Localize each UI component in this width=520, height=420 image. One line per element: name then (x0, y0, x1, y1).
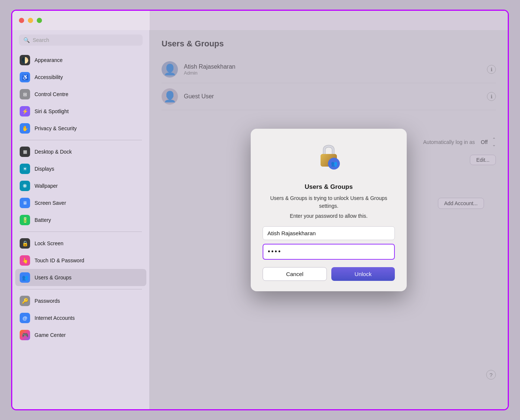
sidebar-item-wallpaper[interactable]: ❋ Wallpaper (15, 177, 146, 194)
sidebar-label-accessibility: Accessibility (35, 74, 63, 80)
sidebar-item-desktop-dock[interactable]: ▦ Desktop & Dock (15, 143, 146, 160)
sidebar-item-displays[interactable]: ☀ Displays (15, 160, 146, 177)
screen-saver-icon: 🖥 (20, 198, 30, 208)
sidebar: 🔍 Search 🌓 Appearance ♿ Accessibility ⊞ … (12, 11, 150, 409)
internet-accounts-icon: @ (20, 313, 30, 323)
dialog-buttons: Cancel Unlock (263, 267, 395, 281)
sidebar-item-control-centre[interactable]: ⊞ Control Centre (15, 86, 146, 103)
close-button[interactable] (19, 18, 24, 23)
sidebar-label-wallpaper: Wallpaper (35, 183, 58, 189)
search-placeholder: Search (33, 37, 49, 43)
game-center-icon: 🎮 (20, 330, 30, 340)
sidebar-item-touch-id[interactable]: 👆 Touch ID & Password (15, 252, 146, 269)
sidebar-label-privacy: Privacy & Security (35, 125, 77, 131)
sidebar-item-passwords[interactable]: 🔑 Passwords (15, 292, 146, 309)
displays-icon: ☀ (20, 164, 30, 174)
accessibility-icon: ♿ (20, 72, 30, 82)
sidebar-list: 🌓 Appearance ♿ Accessibility ⊞ Control C… (12, 52, 149, 409)
control-centre-icon: ⊞ (20, 89, 30, 99)
username-field[interactable] (263, 226, 395, 240)
sidebar-item-users-groups[interactable]: 👥 Users & Groups (15, 269, 146, 286)
svg-text:👥: 👥 (331, 161, 338, 167)
sidebar-item-screen-saver[interactable]: 🖥 Screen Saver (15, 194, 146, 211)
sidebar-label-appearance: Appearance (35, 57, 63, 63)
sidebar-item-internet-accounts[interactable]: @ Internet Accounts (15, 309, 146, 327)
cancel-button[interactable]: Cancel (263, 267, 327, 281)
sidebar-label-touch-id: Touch ID & Password (35, 257, 84, 263)
sidebar-item-lock-screen[interactable]: 🔒 Lock Screen (15, 235, 146, 252)
sidebar-item-accessibility[interactable]: ♿ Accessibility (15, 69, 146, 86)
touch-id-icon: 👆 (20, 255, 30, 266)
sidebar-label-battery: Battery (35, 217, 51, 223)
sidebar-item-siri-spotlight[interactable]: ⚡ Siri & Spotlight (15, 103, 146, 120)
dialog-description: Users & Groups is trying to unlock Users… (263, 194, 395, 210)
desktop-dock-icon: ▦ (20, 147, 30, 157)
sidebar-label-lock-screen: Lock Screen (35, 240, 64, 246)
sidebar-label-users-groups: Users & Groups (35, 275, 72, 280)
sidebar-item-privacy-security[interactable]: ✋ Privacy & Security (15, 120, 146, 137)
divider-1 (20, 140, 142, 140)
maximize-button[interactable] (37, 18, 42, 23)
sidebar-label-passwords: Passwords (35, 298, 60, 304)
sidebar-label-screen-saver: Screen Saver (35, 200, 66, 206)
minimize-button[interactable] (28, 18, 33, 23)
wallpaper-icon: ❋ (20, 181, 30, 191)
lock-screen-icon: 🔒 (20, 238, 30, 249)
sidebar-label-game-center: Game Center (35, 332, 66, 338)
users-groups-icon: 👥 (20, 272, 30, 283)
divider-3 (20, 289, 142, 289)
dialog-title: Users & Groups (305, 183, 352, 191)
dialog-overlay: 👥 Users & Groups (150, 11, 508, 409)
passwords-icon: 🔑 (20, 296, 30, 306)
divider-2 (20, 232, 142, 232)
main-content: Users & Groups 👤 Atish Rajasekharan Admi… (150, 11, 508, 409)
sidebar-item-appearance[interactable]: 🌓 Appearance (15, 52, 146, 69)
sidebar-label-siri: Siri & Spotlight (35, 108, 69, 114)
search-box[interactable]: 🔍 Search (19, 35, 143, 46)
sidebar-label-displays: Displays (35, 166, 54, 172)
siri-icon: ⚡ (20, 106, 30, 117)
password-field[interactable] (263, 244, 395, 260)
privacy-icon: ✋ (20, 123, 30, 134)
sidebar-label-desktop-dock: Desktop & Dock (35, 149, 72, 155)
sidebar-item-battery[interactable]: 🔋 Battery (15, 211, 146, 229)
unlock-dialog: 👥 Users & Groups (251, 129, 407, 291)
sidebar-item-game-center[interactable]: 🎮 Game Center (15, 327, 146, 344)
lock-svg: 👥 (314, 141, 344, 174)
sidebar-label-control-centre: Control Centre (35, 91, 68, 97)
sidebar-label-internet-accounts: Internet Accounts (35, 315, 75, 321)
unlock-button[interactable]: Unlock (331, 267, 395, 281)
lock-icon: 👥 (314, 141, 344, 178)
dialog-sub-description: Enter your password to allow this. (290, 213, 367, 219)
battery-icon: 🔋 (20, 215, 30, 225)
main-window: 🔍 Search 🌓 Appearance ♿ Accessibility ⊞ … (11, 10, 509, 410)
search-icon: 🔍 (23, 37, 30, 43)
appearance-icon: 🌓 (20, 55, 30, 65)
